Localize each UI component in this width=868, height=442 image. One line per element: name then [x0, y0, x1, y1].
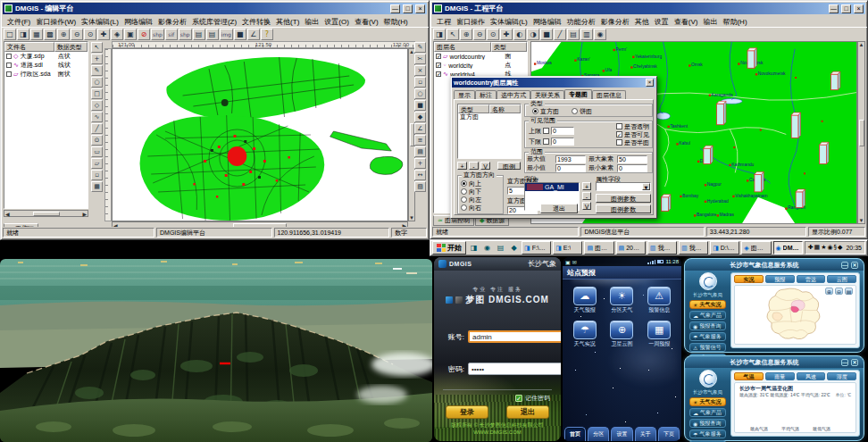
stop-icon[interactable]: ⊘ — [138, 29, 150, 40]
tray-icon[interactable]: ◆ — [838, 242, 842, 254]
window-titlebar[interactable]: 长沙市气象信息服务系统 — ✕ — [685, 259, 864, 271]
content-tab[interactable]: 雨量 — [765, 372, 795, 380]
taskbar-window-button[interactable]: ▤图纸2... — [584, 241, 613, 254]
feature-item[interactable]: ⚠ 预警信息 — [642, 287, 676, 314]
bottom-tab[interactable]: 设置 — [611, 427, 632, 441]
bottom-tab[interactable]: 关于 — [635, 427, 656, 441]
sif-export-icon[interactable]: sif — [165, 29, 178, 40]
minimize-button[interactable]: — — [390, 4, 400, 13]
line-icon[interactable]: ╱ — [554, 29, 566, 40]
quick-launch-icon[interactable]: ▤ — [495, 242, 506, 254]
window-titlebar[interactable]: 长沙市气象信息服务系统 — ✕ — [685, 356, 864, 368]
bottom-tab[interactable]: 首页 — [564, 427, 586, 441]
quick-launch-icon[interactable]: ◉ — [481, 242, 493, 254]
menu-item[interactable]: 工程 — [434, 17, 454, 27]
feature-icon[interactable]: ▦ — [647, 321, 671, 339]
file-panel-hscroll[interactable]: ◀▶ — [4, 210, 88, 217]
sidebar-item[interactable]: ☀天气实况 — [689, 300, 726, 309]
tool-icon[interactable]: ■ — [414, 100, 426, 111]
tool-icon[interactable]: × — [414, 65, 426, 76]
tool-icon[interactable]: ▤ — [414, 146, 426, 157]
tool-icon[interactable]: ▭ — [91, 146, 103, 157]
visibility-checkbox[interactable]: ✓ — [436, 54, 441, 59]
quick-launch-icon[interactable]: ◆ — [508, 242, 520, 254]
column-type[interactable]: 类型 — [491, 42, 527, 52]
minimize-button[interactable]: — — [829, 4, 839, 13]
column-datatype[interactable]: 数据类型 — [54, 42, 88, 52]
menu-item[interactable]: 网络编辑 — [530, 17, 564, 27]
copy-icon[interactable]: ▣ — [124, 29, 137, 40]
visibility-checkbox[interactable] — [6, 54, 12, 59]
taskbar-window-button[interactable]: ◉DMGI... — [773, 241, 803, 254]
close-button[interactable]: × — [854, 4, 864, 13]
exit-button[interactable]: 退出 — [506, 405, 549, 419]
tray-icon[interactable]: § — [834, 242, 838, 254]
help-icon[interactable]: ? — [261, 29, 273, 40]
terrain-3d-view[interactable] — [0, 259, 432, 442]
swatch-icon[interactable]: ■ — [540, 29, 553, 40]
legend-button[interactable]: 图例 — [497, 162, 521, 170]
measure-icon[interactable]: ∠ — [247, 29, 260, 40]
login-button[interactable]: 登录 — [446, 405, 488, 419]
save-icon[interactable]: ▦ — [30, 29, 43, 40]
menu-item[interactable]: 窗口操作(W) — [33, 17, 79, 27]
editor-map-canvas[interactable] — [112, 48, 408, 221]
list-button[interactable]: V — [480, 162, 490, 170]
tool-icon[interactable]: ○ — [91, 77, 103, 88]
tool-icon[interactable]: ∿ — [91, 112, 103, 122]
menu-item[interactable]: 实体编辑(L) — [488, 17, 530, 27]
content-tab[interactable]: 云图 — [827, 275, 856, 283]
range-field[interactable]: 最小值0 — [527, 164, 588, 171]
legend-param-button[interactable]: 图例参数 — [596, 204, 651, 213]
close-button[interactable]: ✕ — [851, 359, 858, 366]
feature-icon[interactable]: ☀ — [610, 287, 633, 305]
tool-icon[interactable]: ✂ — [414, 54, 426, 64]
pan-icon[interactable]: ✚ — [97, 29, 110, 40]
zoom-in-icon[interactable]: ⊕ — [57, 29, 70, 40]
tool-icon[interactable]: ✎ — [91, 65, 103, 76]
menu-item[interactable]: 设置(O) — [321, 17, 352, 27]
project-titlebar[interactable]: DMGIS - 工程平台 — □ × — [432, 3, 865, 14]
zoom-fit-icon[interactable]: ⊙ — [487, 29, 499, 40]
feature-icon[interactable]: ⚠ — [647, 287, 671, 305]
direction-radio[interactable]: 向右 — [461, 204, 500, 212]
menu-item[interactable]: 输出 — [302, 17, 321, 27]
start-button[interactable]: 开始 — [432, 241, 466, 254]
remember-password[interactable]: ✓ 记住密码 — [515, 394, 550, 403]
swatch-icon[interactable]: ■ — [234, 29, 246, 40]
sidebar-item[interactable]: ☁气象产品 — [689, 311, 726, 320]
menu-item[interactable]: 其他 — [632, 17, 652, 27]
field-button[interactable]: - — [582, 192, 591, 200]
taskbar-window-button[interactable]: ▤2004... — [616, 241, 646, 254]
open-icon[interactable]: ◨ — [17, 29, 29, 40]
tray-icon[interactable]: ▦ — [814, 242, 821, 254]
tray-icon[interactable]: ★ — [821, 242, 826, 254]
province-map-view[interactable]: ⊕⊖▤ — [734, 285, 856, 345]
range-field[interactable]: 最大值1993 — [527, 155, 588, 163]
bottom-tab[interactable]: 分区 — [588, 427, 609, 441]
project-map-vscroll[interactable]: ▲▼ — [857, 41, 865, 224]
sidebar-item[interactable]: ☂气象服务 — [689, 429, 726, 438]
menu-item[interactable]: 网络编辑 — [121, 17, 155, 27]
theme-list[interactable]: 类型 名称 直方图 — [457, 104, 522, 159]
select-icon[interactable]: ↖ — [447, 29, 459, 40]
tool-icon[interactable]: ✎ — [414, 42, 426, 53]
feature-item[interactable]: ▦ 一周预报 — [642, 321, 676, 348]
feature-item[interactable]: ☂ 天气实况 — [568, 321, 602, 348]
globe-west-icon[interactable]: ◐ — [513, 29, 526, 40]
close-button[interactable]: × — [415, 4, 425, 13]
menu-item[interactable]: 影像分析 — [598, 17, 632, 27]
tool-icon[interactable]: □ — [91, 88, 103, 99]
visibility-checkbox[interactable] — [6, 63, 12, 68]
exit-button[interactable]: 退出 — [540, 204, 578, 213]
zoom-in-icon[interactable]: ⊕ — [460, 29, 472, 40]
grid-icon[interactable]: ▥ — [580, 29, 593, 40]
visibility-checkbox[interactable]: ✓ — [436, 71, 441, 77]
content-tab[interactable]: 实况 — [734, 275, 764, 283]
menu-item[interactable]: 功能分析 — [564, 17, 598, 27]
content-tab[interactable]: 湿度 — [827, 372, 856, 380]
menu-item[interactable]: 实体编辑(L) — [79, 17, 121, 27]
field-button[interactable]: V — [582, 202, 591, 210]
file-row[interactable]: ▱ 行政区.sda 面状 — [4, 70, 88, 79]
sidebar-item[interactable]: ◉预报查询 — [689, 321, 726, 330]
